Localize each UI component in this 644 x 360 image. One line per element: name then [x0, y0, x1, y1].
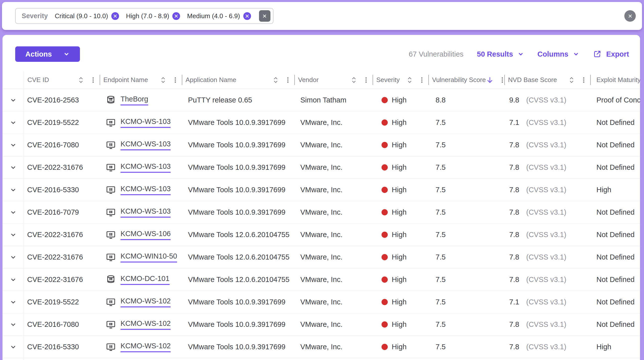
endpoint-link[interactable]: KCMO-WS-103 — [120, 207, 170, 218]
expand-row-button[interactable] — [2, 276, 24, 283]
application-cell: VMware Tools 10.0.9.3917699 — [182, 141, 294, 149]
column-menu-icon[interactable] — [418, 76, 425, 84]
sort-icon[interactable] — [350, 76, 358, 84]
chevron-down-icon — [10, 343, 17, 350]
vendor-cell: VMware, Inc. — [294, 186, 372, 194]
expand-row-button[interactable] — [2, 209, 24, 216]
table-row: CVE-2022-31676 KCMO-WS-106 VMware Tools … — [2, 224, 640, 246]
endpoint-cell: KCMO-WS-103 — [100, 162, 182, 173]
table-row: CVE-2016-7079 KCMO-WS-103 VMware Tools 1… — [2, 201, 640, 224]
severity-cell: High — [372, 231, 428, 239]
column-menu-icon[interactable] — [172, 76, 179, 84]
filter-chip-high: High (7.0 - 8.9) — [126, 12, 180, 20]
column-menu-icon[interactable] — [362, 76, 370, 84]
endpoint-link[interactable]: KCMO-WS-103 — [120, 162, 170, 173]
export-button[interactable]: Export — [593, 50, 629, 59]
endpoint-link[interactable]: KCMO-WS-103 — [120, 185, 170, 195]
application-cell: VMware Tools 10.0.9.3917699 — [182, 320, 294, 329]
severity-filter-group: Severity Critical (9.0 - 10.0) High (7.0… — [15, 8, 274, 24]
chevron-down-icon — [10, 164, 17, 171]
vendor-cell: VMware, Inc. — [294, 118, 372, 127]
column-header-endpoint-name[interactable]: Endpoint Name — [100, 71, 182, 89]
severity-dot — [382, 142, 388, 148]
endpoint-link[interactable]: TheBorg — [120, 95, 148, 105]
endpoint-link[interactable]: KCMO-WIN10-50 — [120, 252, 177, 263]
vulnerability-score-cell: 7.5 — [428, 141, 504, 149]
expand-row-button[interactable] — [2, 97, 24, 104]
column-header-vendor[interactable]: Vendor — [294, 71, 372, 89]
severity-cell: High — [372, 141, 428, 149]
sort-icon[interactable] — [406, 76, 414, 84]
severity-dot — [382, 299, 388, 305]
workstation-icon — [106, 140, 116, 150]
endpoint-link[interactable]: KCMO-WS-102 — [120, 319, 170, 330]
vulnerability-score-cell: 7.5 — [428, 118, 504, 127]
exploit-maturity-cell: Not Defined — [590, 118, 640, 127]
workstation-icon — [106, 320, 116, 330]
exploit-maturity-cell: Not Defined — [590, 298, 640, 306]
endpoint-link[interactable]: KCMO-DC-101 — [120, 274, 170, 285]
table-row: CVE-2022-31676 KCMO-DC-101 VMware Tools … — [2, 269, 640, 291]
column-header-severity[interactable]: Severity — [372, 71, 428, 89]
nvd-base-score-cell: 7.8 (CVSS v3.1) — [504, 186, 590, 194]
remove-chip-icon[interactable] — [111, 12, 119, 20]
nvd-base-score-cell: 7.8 (CVSS v3.1) — [504, 320, 590, 329]
filter-chip-label: Medium (4.0 - 6.9) — [187, 12, 240, 20]
nvd-base-score-cell: 7.8 (CVSS v3.1) — [504, 231, 590, 239]
sort-icon[interactable] — [272, 76, 280, 84]
clear-filter-group-button[interactable] — [259, 10, 270, 22]
application-cell: PuTTY release 0.65 — [182, 96, 294, 104]
clear-all-filters-button[interactable] — [624, 10, 636, 22]
expand-row-button[interactable] — [2, 231, 24, 238]
table-row: CVE-2022-31676 KCMO-WIN10-50 VMware Tool… — [2, 246, 640, 269]
endpoint-link[interactable]: KCMO-WS-106 — [120, 230, 170, 240]
cvss-standard-label: (CVSS v3.1) — [526, 96, 566, 104]
nvd-base-score-cell: 7.1 (CVSS v3.1) — [504, 118, 590, 127]
expand-row-button[interactable] — [2, 343, 24, 350]
cvss-standard-label: (CVSS v3.1) — [526, 320, 566, 329]
column-menu-icon[interactable] — [90, 76, 96, 84]
column-header-exploit-maturity[interactable]: Exploit Maturity — [590, 71, 640, 89]
endpoint-cell: KCMO-WIN10-50 — [100, 252, 182, 263]
cve-id-cell: CVE-2016-2563 — [24, 96, 100, 104]
severity-dot — [382, 209, 388, 215]
column-header-cve-id[interactable]: CVE ID — [24, 71, 100, 89]
actions-button[interactable]: Actions — [15, 46, 80, 62]
results-per-page-dropdown[interactable]: 50 Results — [477, 50, 524, 58]
remove-chip-icon[interactable] — [243, 12, 251, 20]
columns-dropdown[interactable]: Columns — [538, 50, 579, 58]
workstation-icon — [106, 208, 116, 217]
column-menu-icon[interactable] — [580, 76, 587, 84]
chevron-down-icon — [63, 51, 70, 57]
column-header-nvd-base-score[interactable]: NVD Base Score — [504, 71, 590, 89]
expand-row-button[interactable] — [2, 119, 24, 126]
remove-chip-icon[interactable] — [172, 12, 180, 20]
expand-row-button[interactable] — [2, 254, 24, 261]
severity-dot — [382, 254, 388, 260]
endpoint-cell: KCMO-WS-102 — [100, 319, 182, 330]
sort-icon[interactable] — [160, 76, 167, 84]
expand-row-button[interactable] — [2, 321, 24, 328]
table-header: CVE ID Endpoint Name Application Name — [2, 71, 640, 89]
column-header-vulnerability-score[interactable]: Vulnerability Score — [428, 71, 504, 89]
expand-row-button[interactable] — [2, 164, 24, 171]
vulnerability-score-cell: 7.5 — [428, 253, 504, 261]
endpoint-link[interactable]: KCMO-WS-103 — [120, 117, 170, 128]
column-menu-icon[interactable] — [284, 76, 291, 84]
endpoint-link[interactable]: KCMO-WS-103 — [120, 140, 170, 150]
sort-icon[interactable] — [568, 76, 575, 84]
severity-cell: High — [372, 163, 428, 171]
sort-icon[interactable] — [77, 76, 85, 84]
expand-row-button[interactable] — [2, 142, 24, 149]
severity-cell: High — [372, 96, 428, 104]
expand-row-button[interactable] — [2, 187, 24, 194]
column-header-application-name[interactable]: Application Name — [182, 71, 294, 89]
endpoint-link[interactable]: KCMO-WS-102 — [120, 297, 170, 307]
chevron-down-icon — [10, 209, 17, 216]
expand-row-button[interactable] — [2, 299, 24, 306]
nvd-base-score-cell: 9.8 (CVSS v3.1) — [504, 96, 590, 104]
endpoint-cell: KCMO-DC-101 — [100, 274, 182, 285]
endpoint-cell: KCMO-WS-102 — [100, 297, 182, 307]
endpoint-link[interactable]: KCMO-WS-102 — [120, 342, 170, 352]
sort-descending-icon[interactable] — [486, 76, 494, 84]
